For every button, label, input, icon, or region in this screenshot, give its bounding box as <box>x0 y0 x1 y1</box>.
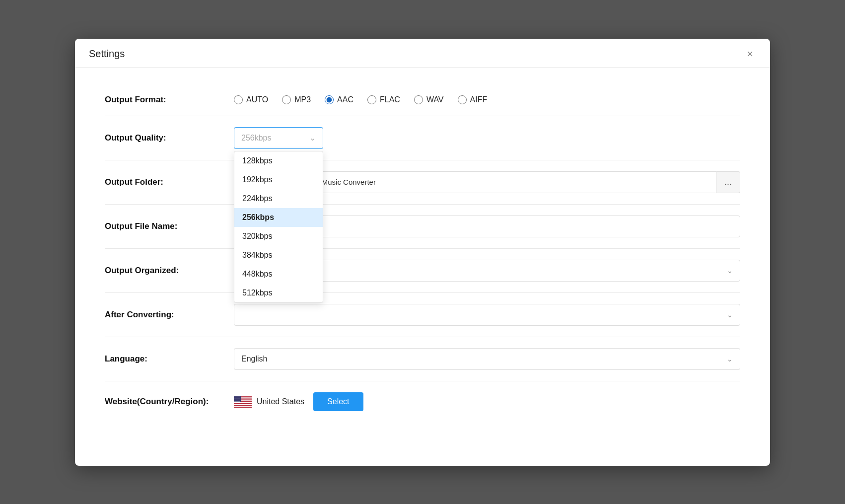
language-content: English ⌄ <box>234 348 740 370</box>
website-label: Website(Country/Region): <box>105 397 234 407</box>
dialog-header: Settings × <box>75 39 770 68</box>
settings-dialog: Settings × Output Format: AUTO MP3 <box>75 39 770 466</box>
quality-option-128[interactable]: 128kbps <box>234 151 323 170</box>
us-flag-icon: ★★★★★★ ★★★★★ ★★★★★★ ★★★★★ ★★★★★★ <box>234 396 252 408</box>
radio-option-mp3[interactable]: MP3 <box>282 95 311 104</box>
language-chevron-icon: ⌄ <box>727 355 733 363</box>
output-format-content: AUTO MP3 AAC FLAC <box>234 95 740 104</box>
quality-dropdown-chevron: ⌄ <box>309 133 316 143</box>
output-quality-label: Output Quality: <box>105 133 234 143</box>
radio-flac[interactable] <box>367 95 376 104</box>
radio-auto[interactable] <box>234 95 243 104</box>
radio-wav[interactable] <box>414 95 423 104</box>
language-value: English <box>241 355 267 363</box>
quality-option-448[interactable]: 448kbps <box>234 265 323 284</box>
close-button[interactable]: × <box>744 48 756 61</box>
radio-option-aiff[interactable]: AIFF <box>458 95 488 104</box>
radio-option-aac[interactable]: AAC <box>325 95 353 104</box>
country-name: United States <box>257 397 304 406</box>
after-converting-chevron-icon: ⌄ <box>727 311 733 319</box>
select-country-button[interactable]: Select <box>313 392 363 411</box>
quality-option-224[interactable]: 224kbps <box>234 189 323 208</box>
output-organized-label: Output Organized: <box>105 266 234 276</box>
output-organized-row: Output Organized: ⌄ <box>105 249 740 293</box>
radio-option-wav[interactable]: WAV <box>414 95 444 104</box>
dialog-body: Output Format: AUTO MP3 AAC <box>75 68 770 442</box>
output-folder-row: Output Folder: ... <box>105 160 740 205</box>
after-converting-label: After Converting: <box>105 310 234 320</box>
radio-wav-label: WAV <box>426 95 444 104</box>
radio-mp3-label: MP3 <box>294 95 311 104</box>
quality-option-384[interactable]: 384kbps <box>234 246 323 265</box>
radio-aac-label: AAC <box>337 95 353 104</box>
radio-aiff-label: AIFF <box>470 95 488 104</box>
radio-option-auto[interactable]: AUTO <box>234 95 268 104</box>
quality-option-512[interactable]: 512kbps <box>234 284 323 302</box>
radio-aac[interactable] <box>325 95 334 104</box>
website-content: ★★★★★★ ★★★★★ ★★★★★★ ★★★★★ ★★★★★★ United … <box>234 392 740 411</box>
output-file-name-row: Output File Name: <box>105 205 740 249</box>
quality-dropdown-container: 256kbps ⌄ 128kbps 192kbps 224kbps 256kbp… <box>234 127 323 149</box>
website-row: Website(Country/Region): ★★★★★★ ★★★★★ <box>105 381 740 422</box>
radio-mp3[interactable] <box>282 95 291 104</box>
svg-rect-4 <box>234 402 252 403</box>
output-organized-chevron-icon: ⌄ <box>727 267 733 275</box>
quality-option-192[interactable]: 192kbps <box>234 170 323 189</box>
svg-rect-5 <box>234 404 252 405</box>
output-format-label: Output Format: <box>105 95 234 105</box>
radio-flac-label: FLAC <box>380 95 400 104</box>
quality-dropdown-menu: 128kbps 192kbps 224kbps 256kbps 320kbps … <box>234 151 323 303</box>
output-file-name-label: Output File Name: <box>105 221 234 231</box>
radio-aiff[interactable] <box>458 95 467 104</box>
language-label: Language: <box>105 354 234 364</box>
language-dropdown[interactable]: English ⌄ <box>234 348 740 370</box>
after-converting-dropdown[interactable]: ⌄ <box>234 304 740 326</box>
quality-option-320[interactable]: 320kbps <box>234 227 323 246</box>
quality-dropdown-button[interactable]: 256kbps ⌄ <box>234 127 323 149</box>
browse-button[interactable]: ... <box>716 171 740 193</box>
output-format-radio-group: AUTO MP3 AAC FLAC <box>234 95 487 104</box>
quality-dropdown-value: 256kbps <box>241 134 272 143</box>
svg-rect-6 <box>234 406 252 407</box>
radio-option-flac[interactable]: FLAC <box>367 95 400 104</box>
after-converting-content: ⌄ <box>234 304 740 326</box>
dialog-title: Settings <box>89 48 125 60</box>
after-converting-row: After Converting: ⌄ <box>105 293 740 337</box>
radio-auto-label: AUTO <box>246 95 268 104</box>
output-quality-content: 256kbps ⌄ 128kbps 192kbps 224kbps 256kbp… <box>234 127 740 149</box>
output-quality-row: Output Quality: 256kbps ⌄ 128kbps 192kbp… <box>105 116 740 160</box>
language-row: Language: English ⌄ <box>105 337 740 381</box>
quality-option-256[interactable]: 256kbps <box>234 208 323 227</box>
output-folder-label: Output Folder: <box>105 177 234 187</box>
output-format-row: Output Format: AUTO MP3 AAC <box>105 84 740 116</box>
